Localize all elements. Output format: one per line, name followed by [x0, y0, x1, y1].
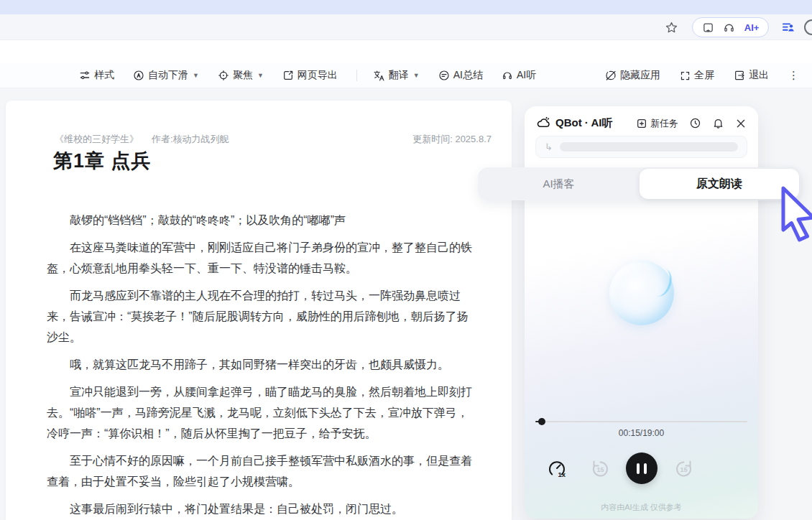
history-clock-icon[interactable] [689, 117, 701, 129]
fullscreen-label: 全屏 [694, 69, 714, 82]
qbot-cloud-icon [536, 116, 551, 131]
mode-tabbar: AI播客 原文朗读 [478, 167, 801, 200]
skip-forward-button[interactable]: 15 [674, 459, 693, 478]
progress-bar[interactable] [535, 421, 747, 422]
article-meta: 《维校的三好学生》 作者:核动力战列舰 更新时间: 2025.8.7 [55, 133, 492, 146]
translate-button[interactable]: 翻译 ▼ [373, 69, 420, 82]
close-icon[interactable] [735, 118, 747, 129]
ai-tools-pill[interactable]: AI+ [692, 17, 769, 37]
screen: AI+ 样式 自动下滑 ▼ 聚焦 ▼ 网页导出 [0, 0, 812, 520]
chevron-down-icon: ▼ [413, 72, 420, 79]
export-button[interactable]: 网页导出 [282, 69, 338, 82]
hide-app-label: 隐藏应用 [620, 69, 660, 82]
new-task-button[interactable]: 新任务 [636, 117, 678, 130]
skip-forward-label: 15 [680, 466, 687, 473]
return-arrow-icon: ↳ [545, 141, 553, 152]
paragraph: 敲锣的“铛铛铛”；敲鼓的“咚咚咚”；以及吹角的“嘟嘟”声 [47, 210, 476, 231]
time-label: 00:15/19:00 [525, 428, 758, 438]
focus-label: 聚焦 [233, 69, 253, 82]
speed-label: 1x [558, 470, 566, 478]
hide-app-icon [605, 70, 617, 81]
book-author: 作者:核动力战列舰 [152, 133, 229, 146]
style-button[interactable]: 样式 [79, 69, 114, 82]
auto-scroll-button[interactable]: 自动下滑 ▼ [133, 69, 199, 82]
focus-button[interactable]: 聚焦 ▼ [218, 69, 264, 82]
paragraph: 哦，就算这匹龙马不用蹄子，其如同野猪一样突出的牙齿，也颇具威慑力。 [47, 354, 476, 375]
auto-scroll-label: 自动下滑 [148, 69, 188, 82]
notification-bell-icon[interactable] [712, 117, 724, 129]
ai-summary-button[interactable]: AI总结 [438, 69, 483, 82]
fullscreen-button[interactable]: 全屏 [680, 69, 714, 82]
headphones-icon [502, 70, 513, 81]
browser-toolbar: AI+ [0, 14, 812, 40]
profile-avatar-icon[interactable] [804, 19, 812, 35]
style-label: 样式 [94, 69, 114, 82]
listen-headphones-icon[interactable] [723, 22, 735, 34]
reading-card: 《维校的三好学生》 作者:核动力战列舰 更新时间: 2025.8.7 第1章 点… [6, 101, 512, 520]
ai-listen-label: AI听 [517, 69, 536, 82]
exit-label: 退出 [749, 69, 769, 82]
tab-ai-podcast[interactable]: AI播客 [478, 167, 640, 200]
more-menu-icon[interactable]: ⋮ [788, 72, 799, 79]
loading-skeleton [560, 142, 738, 152]
updated-time: 更新时间: 2025.8.7 [412, 133, 492, 146]
paragraph: 这事最后闹到行辕中，将门处置结果是：自己被处罚，闭门思过。 [47, 498, 476, 519]
speed-button[interactable]: 1x [545, 457, 568, 480]
chevron-down-icon: ▼ [193, 72, 199, 79]
focus-target-icon [218, 70, 229, 81]
exit-button[interactable]: 退出 [734, 69, 769, 82]
plus-square-icon [636, 118, 647, 129]
ai-summary-label: AI总结 [453, 69, 483, 82]
qbot-title: QBot · AI听 [555, 116, 612, 130]
pause-button[interactable] [626, 452, 658, 484]
translate-label: 翻译 [389, 69, 409, 82]
ai-disclaimer: 内容由AI生成 仅供参考 [525, 502, 758, 513]
ai-summary-icon [438, 70, 450, 81]
skip-back-label: 15 [596, 466, 604, 473]
browser-tab-strip [0, 0, 812, 14]
book-title: 《维校的三好学生》 [55, 133, 139, 146]
export-page-icon [282, 70, 294, 81]
reading-list-icon[interactable] [780, 19, 796, 35]
paragraph: 至于心情不好的原因嘛，一个月前自己接手整顿军营中私贩酒水的事，但是查着查着，由于… [47, 450, 476, 492]
reader-toolbar: 样式 自动下滑 ▼ 聚焦 ▼ 网页导出 翻译 ▼ [0, 63, 812, 88]
voice-bubble [609, 261, 674, 325]
skip-back-button[interactable]: 15 [591, 459, 610, 478]
bookmark-star-icon[interactable] [663, 19, 680, 36]
paragraph: 宣冲只能退到一旁，从腰间拿起弹弓，瞄了瞄龙马的臭脸，然后朝着地上即刻打去。“啪嗒… [47, 381, 476, 444]
chevron-down-icon: ▼ [257, 72, 264, 79]
ai-plus-button[interactable]: AI+ [744, 22, 760, 33]
progress-handle[interactable] [538, 418, 545, 425]
exit-icon [734, 70, 745, 81]
new-task-label: 新任务 [650, 117, 678, 130]
ai-listen-button[interactable]: AI听 [502, 69, 536, 82]
mouse-cursor-icon [778, 185, 812, 246]
chapter-title: 第1章 点兵 [53, 148, 152, 174]
toolbar-divider [356, 70, 357, 81]
tab-read-aloud[interactable]: 原文朗读 [640, 169, 799, 199]
reading-mode-icon[interactable] [702, 22, 714, 34]
export-label: 网页导出 [297, 69, 338, 82]
fullscreen-icon [680, 70, 691, 81]
article-body: 敲锣的“铛铛铛”；敲鼓的“咚咚咚”；以及吹角的“嘟嘟”声 在这座马粪味道的军营中… [6, 210, 512, 520]
auto-scroll-icon [133, 70, 144, 81]
translate-icon [373, 70, 385, 82]
paragraph: 而龙马感应到不靠谱的主人现在不合理的拍打，转过马头，一阵强劲鼻息喷过来，告诫宣冲… [47, 285, 476, 348]
qbot-header: QBot · AI听 新任务 [536, 116, 747, 131]
tune-icon [79, 70, 91, 81]
task-summary-box[interactable]: ↳ [535, 136, 747, 158]
hide-app-button[interactable]: 隐藏应用 [605, 69, 660, 82]
paragraph: 在这座马粪味道的军营中，刚刚适应自己将门子弟身份的宣冲，整了整自己的铁盔，心烦意… [47, 237, 476, 279]
